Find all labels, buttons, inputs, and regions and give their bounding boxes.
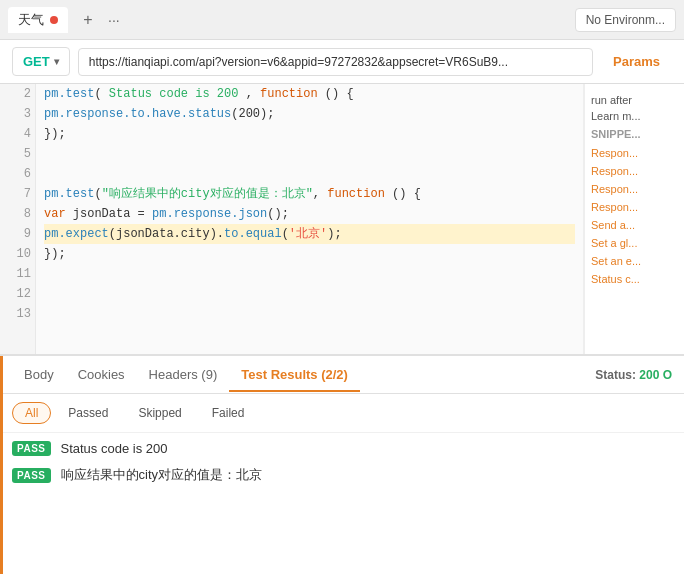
test-label-0: Status code is 200 [61,441,168,456]
line-num-6: 6 [4,164,31,184]
resize-handle[interactable] [0,356,3,574]
learn-more-label: Learn m... [591,108,678,124]
filter-all[interactable]: All [12,402,51,424]
line-num-2: 2 [4,84,31,104]
line-num-10: 10 [4,244,31,264]
code-line-9: pm.expect(jsonData.city).to.equal('北京'); [44,224,575,244]
test-item-0: PASS Status code is 200 [12,441,672,456]
test-item-1: PASS 响应结果中的city对应的值是：北京 [12,466,672,484]
test-results-list: PASS Status code is 200 PASS 响应结果中的city对… [0,433,684,502]
line-num-7: 7 [4,184,31,204]
run-after-label: run after [591,92,678,108]
test-label-1: 响应结果中的city对应的值是：北京 [61,466,263,484]
filter-passed[interactable]: Passed [55,402,121,424]
snippet-item-2[interactable]: Respon... [591,180,678,198]
filter-tabs-row: All Passed Skipped Failed [0,394,684,433]
snippets-label: SNIPPE... [591,128,678,140]
code-line-11 [44,264,575,284]
method-dropdown[interactable]: GET ▾ [12,47,70,76]
environment-selector[interactable]: No Environm... [575,8,676,32]
snippet-item-7[interactable]: Status c... [591,270,678,288]
code-line-7: pm.test("响应结果中的city对应的值是：北京", function (… [44,184,575,204]
filter-skipped[interactable]: Skipped [125,402,194,424]
add-tab-button[interactable]: + [76,8,100,32]
snippet-item-5[interactable]: Set a gl... [591,234,678,252]
line-num-3: 3 [4,104,31,124]
pass-badge-0: PASS [12,441,51,456]
code-line-12 [44,284,575,304]
chevron-down-icon: ▾ [54,56,59,67]
line-num-11: 11 [4,264,31,284]
code-line-2: pm.test( Status code is 200 , function (… [44,84,575,104]
line-num-12: 12 [4,284,31,304]
tab-label: 天气 [18,11,44,29]
code-line-5 [44,144,575,164]
snippet-item-3[interactable]: Respon... [591,198,678,216]
params-button[interactable]: Params [601,48,672,75]
snippet-item-4[interactable]: Send a... [591,216,678,234]
method-label: GET [23,54,50,69]
status-value: 200 O [639,368,672,382]
code-line-8: var jsonData = pm.response.json(); [44,204,575,224]
line-num-4: 4 [4,124,31,144]
url-input[interactable] [78,48,593,76]
pass-badge-1: PASS [12,468,51,483]
more-tabs-button[interactable]: ··· [108,12,120,28]
line-num-9: 9 [4,224,31,244]
bottom-area: Body Cookies Headers (9) Test Results (2… [0,354,684,574]
snippet-item-1[interactable]: Respon... [591,162,678,180]
tab-modified-dot [50,16,58,24]
line-num-13: 13 [4,304,31,324]
snippet-item-6[interactable]: Set an e... [591,252,678,270]
status-badge: Status: 200 O [595,368,672,382]
request-bar: GET ▾ Params [0,40,684,84]
code-line-4: }); [44,124,575,144]
result-tabs-row: Body Cookies Headers (9) Test Results (2… [0,356,684,394]
line-num-8: 8 [4,204,31,224]
line-num-5: 5 [4,144,31,164]
tab-test-results[interactable]: Test Results (2/2) [229,359,360,392]
tab-cookies[interactable]: Cookies [66,359,137,392]
active-tab[interactable]: 天气 [8,7,68,33]
tab-headers[interactable]: Headers (9) [137,359,230,392]
code-line-3: pm.response.to.have.status(200); [44,104,575,124]
code-line-13 [44,304,575,324]
filter-failed[interactable]: Failed [199,402,258,424]
top-bar: 天气 + ··· No Environm... [0,0,684,40]
status-label: Status: [595,368,636,382]
snippet-item-0[interactable]: Respon... [591,144,678,162]
code-line-6 [44,164,575,184]
code-line-10: }); [44,244,575,264]
tab-body[interactable]: Body [12,359,66,392]
